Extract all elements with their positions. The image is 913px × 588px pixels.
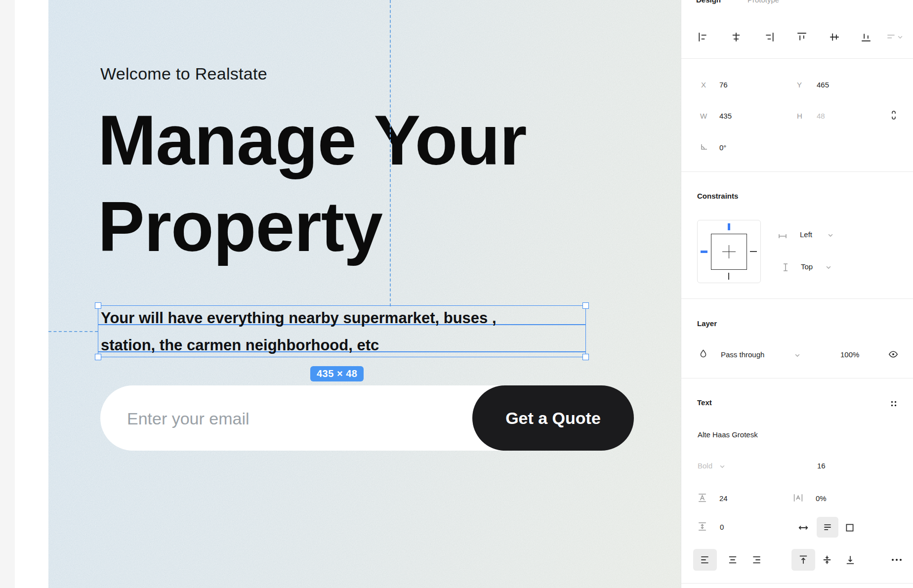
align-right-icon[interactable] [764,32,775,42]
font-style-select[interactable]: Bold [698,462,712,470]
panel-divider [681,298,913,299]
hero-heading-line2: Property [98,183,527,270]
tidy-up-icon[interactable] [886,32,897,42]
text-styles-grid-icon[interactable] [889,399,899,409]
constraint-left-active-tick[interactable] [701,251,707,253]
selected-text-element[interactable]: Your will have everything nearby superma… [101,304,497,359]
letter-spacing-icon [793,493,803,503]
constraint-right-tick[interactable] [750,251,757,252]
selected-text-line2: station, the carmen neighborhood, etc [101,332,497,359]
vertical-constraint-select[interactable]: Top [801,262,813,271]
panel-divider [681,171,913,172]
constrain-proportions-link-icon[interactable] [889,109,899,121]
selected-text-line1: Your will have everything nearby superma… [101,304,497,332]
size-badge: 435 × 48 [310,366,364,381]
align-top-icon[interactable] [796,32,807,42]
email-input[interactable] [126,385,444,452]
panel-divider [681,378,913,378]
welcome-text[interactable]: Welcome to Realstate [100,64,267,84]
auto-width-icon[interactable] [798,522,809,533]
vertical-guide-line [390,0,391,306]
x-label: X [701,81,706,89]
align-vertical-centers-icon[interactable] [829,32,840,42]
w-label: W [700,112,707,120]
letter-spacing-input[interactable]: 0% [816,494,827,503]
paragraph-spacing-input[interactable]: 0 [720,523,724,531]
text-align-left-icon [700,554,710,565]
align-bottom-icon[interactable] [861,32,872,42]
horizontal-constraint-icon [778,231,788,241]
blend-droplet-icon [698,349,708,359]
h-value[interactable]: 48 [817,112,825,120]
design-properties-panel: Design Prototype X 76 Y 465 W 435 H 48 0… [681,0,913,588]
layer-title: Layer [697,319,717,328]
y-label: Y [797,81,802,89]
tidy-up-chevron-icon[interactable] [898,36,903,39]
x-value[interactable]: 76 [719,81,728,89]
rotation-value[interactable]: 0° [719,143,726,152]
w-value[interactable]: 435 [719,112,732,120]
canvas-left-rail [0,0,15,588]
font-size-input[interactable]: 16 [817,462,826,470]
hero-heading[interactable]: Manage Your Property [98,97,527,270]
constraint-bottom-tick[interactable] [728,273,729,280]
horizontal-constraint-select[interactable]: Left [800,230,812,239]
selection-handle-bottom-right[interactable] [582,354,589,360]
constraints-title: Constraints [697,192,738,200]
chevron-down-icon[interactable] [795,354,800,357]
line-height-input[interactable]: 24 [719,494,728,503]
panel-divider [681,58,913,59]
y-value[interactable]: 465 [817,81,829,89]
chevron-down-icon[interactable] [826,266,831,269]
text-align-center-icon[interactable] [727,554,738,565]
more-options-icon[interactable] [891,557,903,563]
layer-opacity-value[interactable]: 100% [840,350,859,359]
tab-design[interactable]: Design [696,0,721,4]
font-family-select[interactable]: Alte Haas Grotesk [698,430,758,439]
design-canvas-frame[interactable]: Welcome to Realstate Manage Your Propert… [48,0,681,588]
constraints-widget[interactable] [697,220,761,283]
vertical-constraint-icon [781,262,790,272]
tab-prototype[interactable]: Prototype [747,0,779,4]
line-height-icon [697,493,707,503]
constraints-plus [729,245,729,258]
chevron-down-icon[interactable] [828,234,833,237]
vertical-align-middle-icon[interactable] [822,554,832,565]
fixed-size-icon[interactable] [844,522,855,533]
vertical-align-bottom-icon[interactable] [845,554,856,565]
vertical-align-top-icon [798,554,809,565]
paragraph-spacing-icon [697,521,707,532]
vertical-align-top-button-selected[interactable] [791,549,815,571]
constraint-top-active-tick[interactable] [728,223,730,230]
chevron-down-icon[interactable] [720,465,725,468]
get-quote-button[interactable]: Get a Quote [472,385,634,451]
selection-handle-top-right[interactable] [582,302,589,309]
align-horizontal-centers-icon[interactable] [731,32,742,42]
noise-texture [48,0,681,588]
text-align-left-button-selected[interactable] [693,549,717,571]
auto-height-icon [822,522,833,533]
text-align-right-icon[interactable] [751,554,762,565]
hero-heading-line1: Manage Your [98,97,527,183]
email-capture-bar: Get a Quote [100,385,631,451]
align-left-icon[interactable] [698,32,708,42]
text-section-title: Text [697,398,712,407]
horizontal-guide-line [48,331,98,332]
blend-mode-select[interactable]: Pass through [721,350,764,359]
auto-height-button-selected[interactable] [817,517,838,538]
visibility-eye-icon[interactable] [888,349,899,359]
h-label: H [797,112,802,120]
rotation-angle-icon [699,142,709,152]
panel-divider [681,583,913,584]
